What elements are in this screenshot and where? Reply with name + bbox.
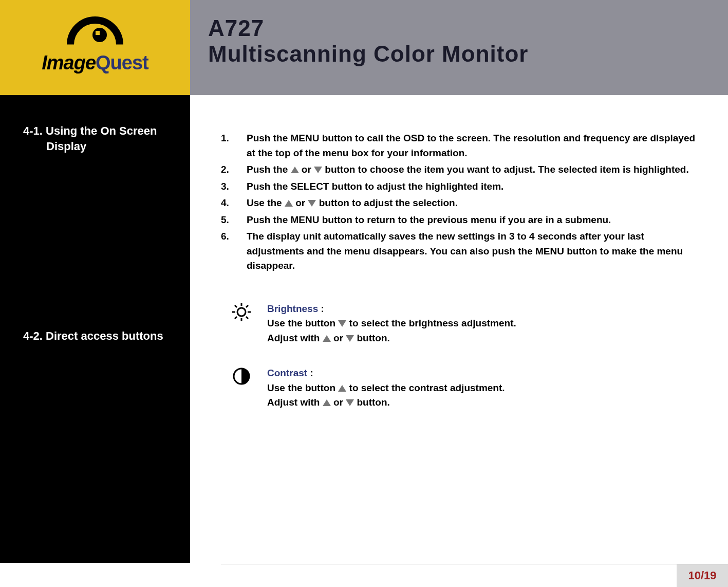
up-arrow-icon bbox=[338, 385, 346, 392]
logo-panel: ImageQuest bbox=[0, 0, 190, 95]
svg-line-7 bbox=[246, 305, 248, 307]
sidebar-sec1-line1: Using the On Screen bbox=[46, 124, 157, 137]
instruction-list: 1. Push the MENU button to call the OSD … bbox=[221, 131, 697, 273]
brand-logo: ImageQuest bbox=[42, 22, 148, 74]
step-text: Push the or button to choose the item yo… bbox=[247, 162, 697, 177]
instruction-item: 6. The display unit automatically saves … bbox=[221, 229, 697, 273]
page-number: 10/19 bbox=[688, 569, 716, 582]
brightness-body: Brightness : Use the button to select th… bbox=[267, 302, 697, 346]
svg-line-5 bbox=[235, 305, 237, 307]
up-arrow-icon bbox=[323, 335, 331, 342]
step-number: 5. bbox=[221, 213, 247, 228]
sidebar-section-2: 4-2. Direct access buttons bbox=[23, 328, 177, 344]
svg-point-0 bbox=[237, 308, 246, 316]
instruction-item: 3. Push the SELECT button to adjust the … bbox=[221, 179, 697, 194]
contrast-title: Contrast bbox=[267, 368, 307, 378]
brightness-title: Brightness bbox=[267, 303, 318, 314]
down-arrow-icon bbox=[346, 335, 354, 342]
contrast-icon bbox=[221, 366, 267, 410]
brand-word-image: Image bbox=[42, 52, 96, 74]
up-arrow-icon bbox=[291, 167, 299, 173]
brand-word-quest: Quest bbox=[96, 52, 148, 74]
sidebar-sec2-text: Direct access buttons bbox=[46, 329, 163, 342]
contrast-body: Contrast : Use the button to select the … bbox=[267, 366, 697, 410]
instruction-item: 2. Push the or button to choose the item… bbox=[221, 162, 697, 177]
step-text: Push the MENU button to call the OSD to … bbox=[247, 131, 697, 160]
step-number: 4. bbox=[221, 196, 247, 211]
down-arrow-icon bbox=[346, 399, 354, 406]
up-arrow-icon bbox=[323, 399, 331, 406]
instruction-item: 5. Push the MENU button to return to the… bbox=[221, 213, 697, 228]
direct-access-block: Brightness : Use the button to select th… bbox=[221, 302, 697, 410]
instruction-item: 4. Use the or button to adjust the selec… bbox=[221, 196, 697, 211]
eye-icon bbox=[67, 22, 123, 50]
sidebar: 4-1. Using the On Screen Display 4-2. Di… bbox=[0, 95, 190, 563]
up-arrow-icon bbox=[285, 200, 293, 207]
step-text: Use the or button to adjust the selectio… bbox=[247, 196, 697, 211]
step-number: 3. bbox=[221, 179, 247, 194]
svg-line-8 bbox=[235, 317, 237, 319]
title-panel: A727 Multiscanning Color Monitor bbox=[190, 0, 728, 95]
step-number: 1. bbox=[221, 131, 247, 160]
step-number: 6. bbox=[221, 229, 247, 273]
down-arrow-icon bbox=[308, 200, 316, 207]
step-number: 2. bbox=[221, 162, 247, 177]
product-subtitle: Multiscanning Color Monitor bbox=[208, 41, 710, 67]
brightness-icon bbox=[221, 302, 267, 346]
down-arrow-icon bbox=[314, 167, 322, 173]
sidebar-sec2-num: 4-2. bbox=[23, 329, 43, 342]
step-text: Push the MENU button to return to the pr… bbox=[247, 213, 697, 228]
down-arrow-icon bbox=[338, 320, 346, 327]
brand-wordmark: ImageQuest bbox=[42, 52, 148, 74]
sidebar-sec1-line2: Display bbox=[23, 139, 177, 154]
contrast-section: Contrast : Use the button to select the … bbox=[221, 366, 697, 410]
header-row: ImageQuest A727 Multiscanning Color Moni… bbox=[0, 0, 728, 95]
step-text: The display unit automatically saves the… bbox=[247, 229, 697, 273]
brightness-line1: Use the button to select the brightness … bbox=[267, 316, 697, 331]
content-row: 4-1. Using the On Screen Display 4-2. Di… bbox=[0, 95, 728, 563]
page-number-badge: 10/19 bbox=[677, 564, 728, 587]
footer-divider bbox=[221, 564, 728, 564]
sidebar-section-1: 4-1. Using the On Screen Display bbox=[23, 123, 177, 154]
brightness-colon: : bbox=[318, 303, 324, 314]
step-text: Push the SELECT button to adjust the hig… bbox=[247, 179, 697, 194]
svg-line-6 bbox=[246, 317, 248, 319]
contrast-colon: : bbox=[307, 368, 313, 378]
sidebar-sec1-num: 4-1. bbox=[23, 124, 43, 137]
contrast-line1: Use the button to select the contrast ad… bbox=[267, 381, 697, 396]
contrast-line2: Adjust with or button. bbox=[267, 395, 697, 410]
instruction-item: 1. Push the MENU button to call the OSD … bbox=[221, 131, 697, 160]
main-content: 1. Push the MENU button to call the OSD … bbox=[190, 95, 728, 563]
product-model: A727 bbox=[208, 15, 710, 41]
brightness-section: Brightness : Use the button to select th… bbox=[221, 302, 697, 346]
brightness-line2: Adjust with or button. bbox=[267, 331, 697, 346]
